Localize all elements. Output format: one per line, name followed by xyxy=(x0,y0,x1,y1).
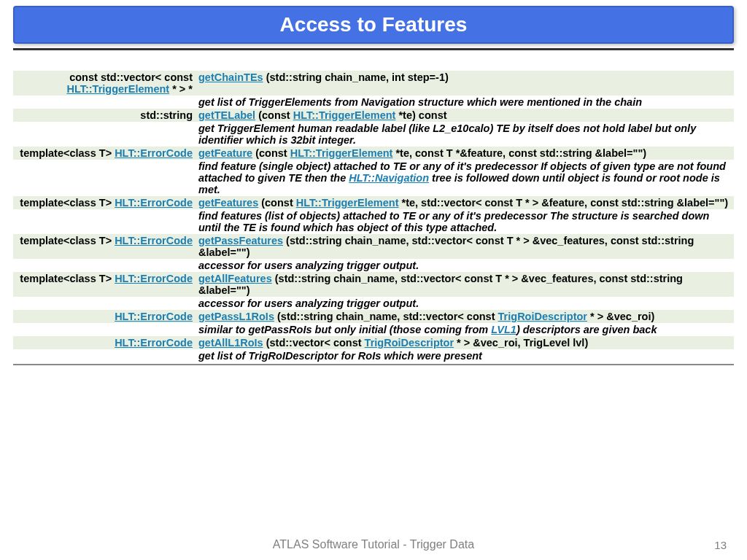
empty-cell xyxy=(13,209,196,234)
type-link[interactable]: HLT::TriggerElement xyxy=(66,83,169,95)
return-type: template<class T> HLT::ErrorCode xyxy=(13,147,196,160)
type-link[interactable]: HLT::ErrorCode xyxy=(115,235,193,246)
signature: getAllFeatures (std::string chain_name, … xyxy=(196,272,734,297)
return-type: std::string xyxy=(13,109,196,122)
type-link[interactable]: TrigRoiDescriptor xyxy=(365,337,454,349)
api-row: template<class T> HLT::ErrorCodegetFeatu… xyxy=(13,147,734,160)
description: get list of TrigRoIDescriptor for RoIs w… xyxy=(196,349,734,362)
api-row: const std::vector< const HLT::TriggerEle… xyxy=(13,71,734,96)
return-type: const std::vector< const HLT::TriggerEle… xyxy=(13,71,196,96)
description: find features (list of objects) attached… xyxy=(196,209,734,234)
signature: getPassFeatures (std::string chain_name,… xyxy=(196,234,734,259)
api-desc-row: find features (list of objects) attached… xyxy=(13,209,734,234)
api-desc-row: similar to getPassRoIs but only initial … xyxy=(13,323,734,336)
description: get TriggerElement human readable label … xyxy=(196,122,734,147)
function-link[interactable]: getPassFeatures xyxy=(198,235,283,246)
type-link[interactable]: HLT::TriggerElement xyxy=(296,197,399,209)
type-link[interactable]: HLT::ErrorCode xyxy=(115,147,193,159)
return-type: template<class T> HLT::ErrorCode xyxy=(13,234,196,259)
api-row: HLT::ErrorCodegetPassL1RoIs (std::string… xyxy=(13,310,734,323)
api-desc-row: get list of TrigRoIDescriptor for RoIs w… xyxy=(13,349,734,362)
api-row: template<class T> HLT::ErrorCodegetFeatu… xyxy=(13,196,734,209)
empty-cell xyxy=(13,160,196,196)
description: accessor for users analyzing trigger out… xyxy=(196,259,734,272)
type-link[interactable]: HLT::ErrorCode xyxy=(115,273,193,284)
footer-text: ATLAS Software Tutorial - Trigger Data xyxy=(0,538,747,551)
description: find feature (single object) attached to… xyxy=(196,160,734,196)
function-link[interactable]: getFeatures xyxy=(198,197,258,209)
type-link[interactable]: TrigRoiDescriptor xyxy=(498,311,587,322)
api-row: template<class T> HLT::ErrorCodegetPassF… xyxy=(13,234,734,259)
return-type: HLT::ErrorCode xyxy=(13,336,196,349)
type-link[interactable]: HLT::TriggerElement xyxy=(290,147,393,159)
empty-cell xyxy=(13,96,196,109)
signature: getFeatures (const HLT::TriggerElement *… xyxy=(196,196,734,209)
empty-cell xyxy=(13,122,196,147)
type-link[interactable]: HLT::Navigation xyxy=(349,172,429,184)
function-link[interactable]: getTELabel xyxy=(198,109,255,121)
title-underline xyxy=(13,48,734,50)
function-link[interactable]: getAllL1RoIs xyxy=(198,337,263,349)
signature: getTELabel (const HLT::TriggerElement *t… xyxy=(196,109,734,122)
description: similar to getPassRoIs but only initial … xyxy=(196,323,734,336)
function-link[interactable]: getFeature xyxy=(198,147,252,159)
api-table: const std::vector< const HLT::TriggerEle… xyxy=(13,71,734,362)
api-row: template<class T> HLT::ErrorCodegetAllFe… xyxy=(13,272,734,297)
type-link[interactable]: HLT::TriggerElement xyxy=(293,109,396,121)
empty-cell xyxy=(13,259,196,272)
type-link[interactable]: LVL1 xyxy=(491,324,516,335)
api-desc-row: get list of TriggerElements from Navigat… xyxy=(13,96,734,109)
table-bottom-rule xyxy=(13,364,734,365)
function-link[interactable]: getPassL1RoIs xyxy=(198,311,274,322)
type-link[interactable]: HLT::ErrorCode xyxy=(115,337,193,349)
function-link[interactable]: getAllFeatures xyxy=(198,273,272,284)
empty-cell xyxy=(13,349,196,362)
description: accessor for users analyzing trigger out… xyxy=(196,297,734,310)
signature: getFeature (const HLT::TriggerElement *t… xyxy=(196,147,734,160)
api-desc-row: accessor for users analyzing trigger out… xyxy=(13,259,734,272)
empty-cell xyxy=(13,323,196,336)
signature: getChainTEs (std::string chain_name, int… xyxy=(196,71,734,96)
function-link[interactable]: getChainTEs xyxy=(198,71,263,83)
page-title: Access to Features xyxy=(15,13,732,36)
description: get list of TriggerElements from Navigat… xyxy=(196,96,734,109)
page-number: 13 xyxy=(714,539,727,551)
api-row: std::stringgetTELabel (const HLT::Trigge… xyxy=(13,109,734,122)
api-desc-row: accessor for users analyzing trigger out… xyxy=(13,297,734,310)
signature: getPassL1RoIs (std::string chain_name, s… xyxy=(196,310,734,323)
title-bar: Access to Features xyxy=(13,6,734,44)
api-table-container: const std::vector< const HLT::TriggerEle… xyxy=(13,71,734,362)
api-row: HLT::ErrorCodegetAllL1RoIs (std::vector<… xyxy=(13,336,734,349)
api-desc-row: get TriggerElement human readable label … xyxy=(13,122,734,147)
return-type: template<class T> HLT::ErrorCode xyxy=(13,272,196,297)
return-type: HLT::ErrorCode xyxy=(13,310,196,323)
signature: getAllL1RoIs (std::vector< const TrigRoi… xyxy=(196,336,734,349)
type-link[interactable]: HLT::ErrorCode xyxy=(115,197,193,209)
empty-cell xyxy=(13,297,196,310)
type-link[interactable]: HLT::ErrorCode xyxy=(115,311,193,322)
return-type: template<class T> HLT::ErrorCode xyxy=(13,196,196,209)
api-desc-row: find feature (single object) attached to… xyxy=(13,160,734,196)
